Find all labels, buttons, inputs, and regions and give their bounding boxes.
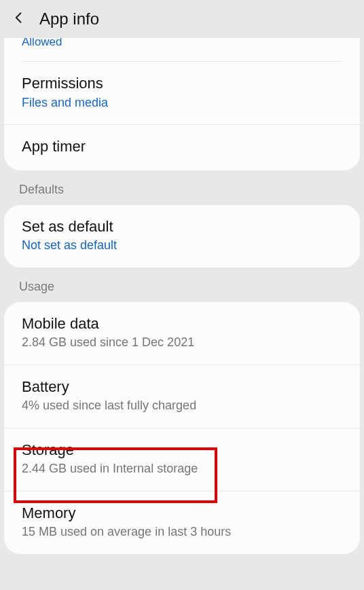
section-usage: Usage: [0, 268, 364, 302]
row-mobile-data[interactable]: Mobile data 2.84 GB used since 1 Dec 202…: [4, 302, 360, 365]
memory-sub: 15 MB used on average in last 3 hours: [22, 524, 342, 540]
row-memory[interactable]: Memory 15 MB used on average in last 3 h…: [4, 492, 360, 554]
row-set-default[interactable]: Set as default Not set as default: [4, 205, 360, 268]
set-default-sub: Not set as default: [22, 238, 342, 253]
row-battery[interactable]: Battery 4% used since last fully charged: [4, 365, 360, 428]
card-top: Allowed Permissions Files and media App …: [4, 38, 360, 170]
card-defaults: Set as default Not set as default: [4, 205, 360, 268]
row-permissions[interactable]: Permissions Files and media: [4, 62, 360, 125]
truncated-label: Allowed: [22, 38, 62, 48]
mobile-data-title: Mobile data: [22, 314, 342, 334]
row-storage[interactable]: Storage 2.44 GB used in Internal storage: [4, 428, 360, 492]
battery-title: Battery: [22, 377, 342, 397]
permissions-sub: Files and media: [22, 95, 342, 111]
mobile-data-sub: 2.84 GB used since 1 Dec 2021: [22, 335, 342, 350]
memory-title: Memory: [22, 504, 342, 523]
storage-title: Storage: [22, 441, 342, 460]
storage-sub: 2.44 GB used in Internal storage: [22, 461, 342, 477]
card-usage: Mobile data 2.84 GB used since 1 Dec 202…: [4, 302, 360, 554]
permissions-title: Permissions: [22, 74, 342, 94]
set-default-title: Set as default: [22, 217, 342, 237]
battery-sub: 4% used since last fully charged: [22, 398, 342, 413]
back-icon[interactable]: [12, 11, 39, 27]
page-title: App info: [39, 10, 99, 29]
header: App info: [0, 0, 364, 38]
app-timer-title: App timer: [22, 137, 342, 157]
row-app-timer[interactable]: App timer: [4, 125, 360, 170]
section-defaults: Defaults: [0, 170, 364, 205]
row-truncated[interactable]: Allowed: [4, 38, 360, 61]
